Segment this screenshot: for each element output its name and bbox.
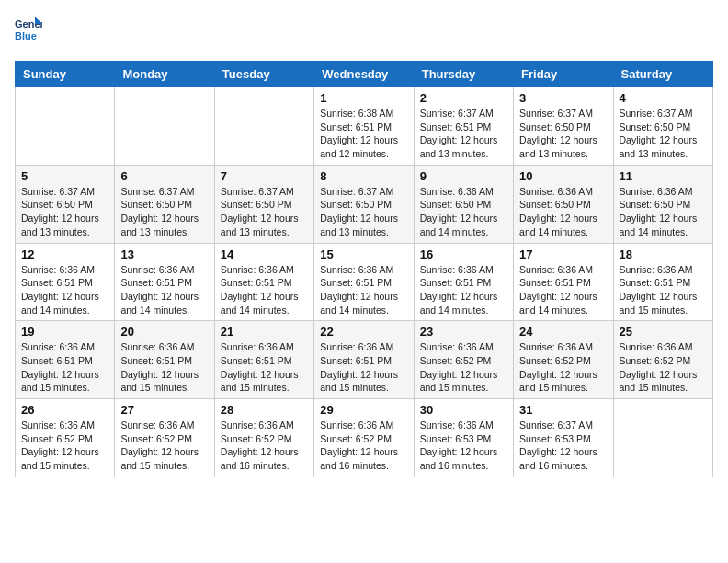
col-header-friday: Friday [514,62,613,87]
day-info: Sunrise: 6:36 AM Sunset: 6:52 PM Dayligh… [620,340,707,395]
day-number: 1 [320,91,407,105]
day-number: 20 [120,325,208,339]
calendar-cell: 4Sunrise: 6:37 AM Sunset: 6:50 PM Daylig… [613,87,712,166]
day-info: Sunrise: 6:36 AM Sunset: 6:51 PM Dayligh… [519,263,607,317]
day-info: Sunrise: 6:36 AM Sunset: 6:51 PM Dayligh… [221,263,308,317]
day-number: 31 [519,403,607,417]
day-info: Sunrise: 6:36 AM Sunset: 6:52 PM Dayligh… [519,340,607,395]
day-info: Sunrise: 6:36 AM Sunset: 6:50 PM Dayligh… [620,185,707,239]
day-number: 14 [221,247,308,261]
calendar-header-row: SundayMondayTuesdayWednesdayThursdayFrid… [16,62,713,87]
day-number: 26 [21,403,108,417]
calendar-cell: 31Sunrise: 6:37 AM Sunset: 6:53 PM Dayli… [514,399,613,477]
day-number: 16 [420,247,507,261]
day-info: Sunrise: 6:36 AM Sunset: 6:51 PM Dayligh… [320,263,407,317]
calendar-cell: 9Sunrise: 6:36 AM Sunset: 6:50 PM Daylig… [414,165,513,243]
day-number: 15 [320,247,407,261]
calendar-cell: 20Sunrise: 6:36 AM Sunset: 6:51 PM Dayli… [115,321,214,399]
day-number: 18 [620,247,707,261]
col-header-saturday: Saturday [613,62,712,87]
svg-text:Blue: Blue [15,30,37,41]
col-header-monday: Monday [115,62,214,87]
calendar-cell: 25Sunrise: 6:36 AM Sunset: 6:52 PM Dayli… [613,321,712,399]
calendar-cell: 6Sunrise: 6:37 AM Sunset: 6:50 PM Daylig… [115,165,214,243]
day-number: 9 [420,169,507,183]
calendar-cell: 23Sunrise: 6:36 AM Sunset: 6:52 PM Dayli… [414,321,513,399]
page-header: General Blue [15,15,713,50]
calendar-cell: 30Sunrise: 6:36 AM Sunset: 6:53 PM Dayli… [414,399,513,477]
calendar-cell [613,399,712,477]
day-info: Sunrise: 6:36 AM Sunset: 6:51 PM Dayligh… [420,263,507,317]
calendar-row-3: 19Sunrise: 6:36 AM Sunset: 6:51 PM Dayli… [16,321,713,399]
calendar-cell [16,87,115,166]
calendar-table: SundayMondayTuesdayWednesdayThursdayFrid… [15,61,713,477]
day-info: Sunrise: 6:37 AM Sunset: 6:51 PM Dayligh… [420,107,507,161]
calendar-cell: 15Sunrise: 6:36 AM Sunset: 6:51 PM Dayli… [314,243,414,321]
day-number: 24 [519,325,607,339]
day-info: Sunrise: 6:36 AM Sunset: 6:51 PM Dayligh… [320,340,407,395]
day-number: 7 [221,169,308,183]
day-info: Sunrise: 6:36 AM Sunset: 6:51 PM Dayligh… [120,263,208,317]
day-info: Sunrise: 6:37 AM Sunset: 6:50 PM Dayligh… [320,185,407,239]
day-info: Sunrise: 6:36 AM Sunset: 6:51 PM Dayligh… [21,263,108,317]
calendar-cell [214,87,313,166]
day-info: Sunrise: 6:38 AM Sunset: 6:51 PM Dayligh… [320,107,407,161]
calendar-cell: 13Sunrise: 6:36 AM Sunset: 6:51 PM Dayli… [115,243,214,321]
day-number: 12 [21,247,108,261]
calendar-row-0: 1Sunrise: 6:38 AM Sunset: 6:51 PM Daylig… [16,87,713,166]
calendar-cell: 12Sunrise: 6:36 AM Sunset: 6:51 PM Dayli… [16,243,115,321]
calendar-cell: 17Sunrise: 6:36 AM Sunset: 6:51 PM Dayli… [514,243,613,321]
day-number: 21 [221,325,308,339]
day-info: Sunrise: 6:36 AM Sunset: 6:52 PM Dayligh… [420,340,507,395]
day-info: Sunrise: 6:37 AM Sunset: 6:50 PM Dayligh… [519,107,607,161]
day-number: 3 [519,91,607,105]
day-number: 28 [221,403,308,417]
calendar-cell: 24Sunrise: 6:36 AM Sunset: 6:52 PM Dayli… [514,321,613,399]
day-info: Sunrise: 6:36 AM Sunset: 6:50 PM Dayligh… [519,185,607,239]
day-number: 19 [21,325,108,339]
logo-icon: General Blue [15,15,42,50]
day-number: 27 [120,403,208,417]
day-number: 30 [420,403,507,417]
logo: General Blue [15,15,42,50]
calendar-cell: 8Sunrise: 6:37 AM Sunset: 6:50 PM Daylig… [314,165,414,243]
calendar-cell [115,87,214,166]
day-info: Sunrise: 6:36 AM Sunset: 6:51 PM Dayligh… [21,340,108,395]
day-number: 6 [120,169,208,183]
calendar-cell: 19Sunrise: 6:36 AM Sunset: 6:51 PM Dayli… [16,321,115,399]
day-info: Sunrise: 6:36 AM Sunset: 6:53 PM Dayligh… [420,419,507,473]
col-header-thursday: Thursday [414,62,513,87]
calendar-cell: 14Sunrise: 6:36 AM Sunset: 6:51 PM Dayli… [214,243,313,321]
day-info: Sunrise: 6:37 AM Sunset: 6:50 PM Dayligh… [21,185,108,239]
day-number: 8 [320,169,407,183]
day-info: Sunrise: 6:36 AM Sunset: 6:52 PM Dayligh… [221,419,308,473]
calendar-cell: 1Sunrise: 6:38 AM Sunset: 6:51 PM Daylig… [314,87,414,166]
day-number: 25 [620,325,707,339]
calendar-cell: 22Sunrise: 6:36 AM Sunset: 6:51 PM Dayli… [314,321,414,399]
calendar-cell: 11Sunrise: 6:36 AM Sunset: 6:50 PM Dayli… [613,165,712,243]
day-number: 29 [320,403,407,417]
calendar-cell: 26Sunrise: 6:36 AM Sunset: 6:52 PM Dayli… [16,399,115,477]
calendar-cell: 5Sunrise: 6:37 AM Sunset: 6:50 PM Daylig… [16,165,115,243]
day-info: Sunrise: 6:36 AM Sunset: 6:51 PM Dayligh… [620,263,707,317]
day-number: 22 [320,325,407,339]
calendar-cell: 10Sunrise: 6:36 AM Sunset: 6:50 PM Dayli… [514,165,613,243]
day-info: Sunrise: 6:37 AM Sunset: 6:50 PM Dayligh… [120,185,208,239]
calendar-cell: 3Sunrise: 6:37 AM Sunset: 6:50 PM Daylig… [514,87,613,166]
day-info: Sunrise: 6:36 AM Sunset: 6:52 PM Dayligh… [21,419,108,473]
col-header-tuesday: Tuesday [214,62,313,87]
day-number: 13 [120,247,208,261]
day-number: 10 [519,169,607,183]
calendar-row-1: 5Sunrise: 6:37 AM Sunset: 6:50 PM Daylig… [16,165,713,243]
day-info: Sunrise: 6:36 AM Sunset: 6:52 PM Dayligh… [120,419,208,473]
col-header-wednesday: Wednesday [314,62,414,87]
calendar-cell: 7Sunrise: 6:37 AM Sunset: 6:50 PM Daylig… [214,165,313,243]
col-header-sunday: Sunday [16,62,115,87]
day-info: Sunrise: 6:37 AM Sunset: 6:50 PM Dayligh… [620,107,707,161]
calendar-cell: 27Sunrise: 6:36 AM Sunset: 6:52 PM Dayli… [115,399,214,477]
day-info: Sunrise: 6:37 AM Sunset: 6:50 PM Dayligh… [221,185,308,239]
calendar-row-4: 26Sunrise: 6:36 AM Sunset: 6:52 PM Dayli… [16,399,713,477]
calendar-cell: 28Sunrise: 6:36 AM Sunset: 6:52 PM Dayli… [214,399,313,477]
day-info: Sunrise: 6:36 AM Sunset: 6:52 PM Dayligh… [320,419,407,473]
calendar-cell: 29Sunrise: 6:36 AM Sunset: 6:52 PM Dayli… [314,399,414,477]
